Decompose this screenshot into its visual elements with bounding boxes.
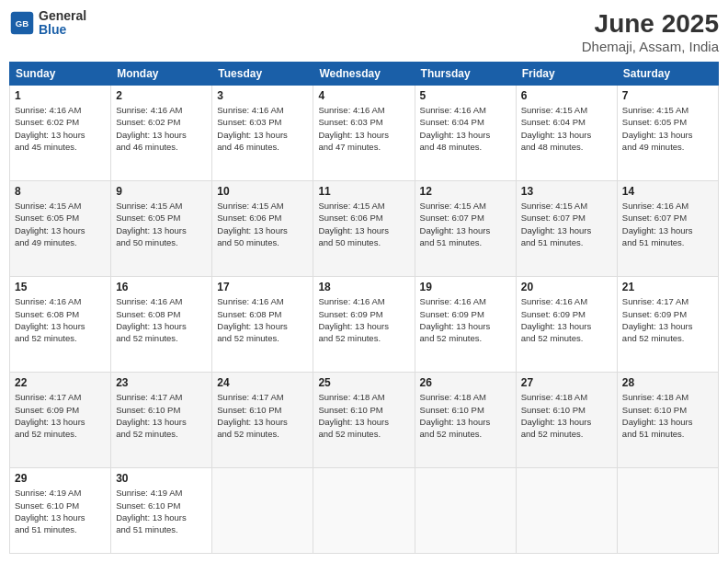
day-info: Sunset: 6:10 PM bbox=[521, 404, 612, 416]
day-info: Sunset: 6:08 PM bbox=[217, 308, 308, 320]
table-row: 28Sunrise: 4:18 AMSunset: 6:10 PMDayligh… bbox=[617, 373, 718, 468]
table-row bbox=[516, 468, 617, 554]
table-row: 14Sunrise: 4:16 AMSunset: 6:07 PMDayligh… bbox=[617, 181, 718, 277]
day-info: Sunrise: 4:17 AM bbox=[116, 391, 207, 403]
table-row: 7Sunrise: 4:15 AMSunset: 6:05 PMDaylight… bbox=[617, 86, 718, 181]
day-number: 30 bbox=[116, 472, 207, 485]
day-number: 16 bbox=[116, 281, 207, 293]
col-saturday: Saturday bbox=[617, 63, 718, 86]
table-row: 12Sunrise: 4:15 AMSunset: 6:07 PMDayligh… bbox=[415, 181, 516, 277]
table-row: 11Sunrise: 4:15 AMSunset: 6:06 PMDayligh… bbox=[313, 181, 415, 277]
col-tuesday: Tuesday bbox=[212, 63, 313, 86]
day-info: Sunset: 6:10 PM bbox=[15, 500, 106, 511]
day-info: Sunrise: 4:15 AM bbox=[15, 200, 106, 212]
table-row: 20Sunrise: 4:16 AMSunset: 6:09 PMDayligh… bbox=[516, 277, 617, 373]
day-info: and 52 minutes. bbox=[420, 428, 511, 440]
day-info: Sunrise: 4:19 AM bbox=[15, 487, 106, 499]
day-info: and 51 minutes. bbox=[521, 236, 612, 248]
day-info: Sunrise: 4:16 AM bbox=[318, 295, 409, 307]
day-number: 3 bbox=[217, 89, 308, 102]
day-number: 2 bbox=[116, 89, 207, 102]
day-info: Sunrise: 4:16 AM bbox=[217, 104, 308, 116]
day-number: 6 bbox=[521, 89, 612, 102]
day-info: and 51 minutes. bbox=[116, 523, 207, 535]
day-info: Daylight: 13 hours bbox=[116, 416, 207, 428]
day-info: Sunset: 6:10 PM bbox=[622, 404, 713, 416]
day-info: Sunset: 6:07 PM bbox=[420, 212, 511, 224]
day-number: 8 bbox=[15, 185, 106, 198]
day-info: Sunrise: 4:15 AM bbox=[116, 200, 207, 212]
col-thursday: Thursday bbox=[415, 63, 516, 86]
day-info: and 51 minutes. bbox=[15, 523, 106, 535]
day-info: Sunrise: 4:15 AM bbox=[217, 200, 308, 212]
title-block: June 2025 Dhemaji, Assam, India bbox=[582, 9, 719, 54]
table-row: 27Sunrise: 4:18 AMSunset: 6:10 PMDayligh… bbox=[516, 373, 617, 468]
col-monday: Monday bbox=[111, 63, 212, 86]
day-number: 26 bbox=[420, 376, 511, 389]
day-info: Daylight: 13 hours bbox=[116, 320, 207, 332]
day-info: and 46 minutes. bbox=[217, 141, 308, 153]
table-row: 1Sunrise: 4:16 AMSunset: 6:02 PMDaylight… bbox=[10, 86, 111, 181]
day-info: Sunset: 6:05 PM bbox=[116, 212, 207, 224]
day-info: and 52 minutes. bbox=[420, 332, 511, 344]
day-info: Daylight: 13 hours bbox=[318, 320, 409, 332]
day-info: Daylight: 13 hours bbox=[217, 224, 308, 236]
table-row: 6Sunrise: 4:15 AMSunset: 6:04 PMDaylight… bbox=[516, 86, 617, 181]
day-info: Daylight: 13 hours bbox=[15, 129, 106, 141]
day-info: Sunrise: 4:16 AM bbox=[15, 295, 106, 307]
svg-text:GB: GB bbox=[16, 18, 28, 29]
day-number: 19 bbox=[420, 281, 511, 293]
day-info: and 46 minutes. bbox=[116, 141, 207, 153]
day-info: Daylight: 13 hours bbox=[217, 320, 308, 332]
day-number: 25 bbox=[318, 376, 409, 389]
day-info: Daylight: 13 hours bbox=[15, 320, 106, 332]
page: GB General Blue June 2025 Dhemaji, Assam… bbox=[0, 0, 728, 563]
month-title: June 2025 bbox=[582, 9, 719, 39]
day-info: and 47 minutes. bbox=[318, 141, 409, 153]
table-row: 16Sunrise: 4:16 AMSunset: 6:08 PMDayligh… bbox=[111, 277, 212, 373]
day-info: Daylight: 13 hours bbox=[15, 511, 106, 523]
table-row: 15Sunrise: 4:16 AMSunset: 6:08 PMDayligh… bbox=[10, 277, 111, 373]
logo: GB General Blue bbox=[9, 9, 86, 38]
day-info: Daylight: 13 hours bbox=[420, 320, 511, 332]
day-info: Sunrise: 4:16 AM bbox=[318, 104, 409, 116]
day-info: and 52 minutes. bbox=[622, 332, 713, 344]
day-info: Sunrise: 4:18 AM bbox=[521, 391, 612, 403]
day-number: 11 bbox=[318, 185, 409, 198]
day-number: 12 bbox=[420, 185, 511, 198]
day-info: Sunset: 6:10 PM bbox=[318, 404, 409, 416]
day-info: and 51 minutes. bbox=[622, 428, 713, 440]
day-info: Sunrise: 4:18 AM bbox=[420, 391, 511, 403]
day-number: 23 bbox=[116, 376, 207, 389]
day-info: Sunset: 6:07 PM bbox=[622, 212, 713, 224]
day-info: Sunrise: 4:18 AM bbox=[622, 391, 713, 403]
day-number: 17 bbox=[217, 281, 308, 293]
day-info: and 52 minutes. bbox=[116, 332, 207, 344]
table-row: 5Sunrise: 4:16 AMSunset: 6:04 PMDaylight… bbox=[415, 86, 516, 181]
day-info: Daylight: 13 hours bbox=[217, 129, 308, 141]
table-row: 9Sunrise: 4:15 AMSunset: 6:05 PMDaylight… bbox=[111, 181, 212, 277]
day-info: Daylight: 13 hours bbox=[521, 129, 612, 141]
day-info: and 50 minutes. bbox=[318, 236, 409, 248]
table-row: 30Sunrise: 4:19 AMSunset: 6:10 PMDayligh… bbox=[111, 468, 212, 554]
day-info: Sunset: 6:10 PM bbox=[116, 404, 207, 416]
day-info: Daylight: 13 hours bbox=[217, 416, 308, 428]
day-number: 7 bbox=[622, 89, 713, 102]
day-info: Sunrise: 4:15 AM bbox=[622, 104, 713, 116]
table-row: 21Sunrise: 4:17 AMSunset: 6:09 PMDayligh… bbox=[617, 277, 718, 373]
table-row bbox=[617, 468, 718, 554]
day-number: 4 bbox=[318, 89, 409, 102]
day-info: Sunrise: 4:16 AM bbox=[116, 104, 207, 116]
day-info: Daylight: 13 hours bbox=[15, 224, 106, 236]
day-number: 15 bbox=[15, 281, 106, 293]
day-info: Daylight: 13 hours bbox=[116, 224, 207, 236]
calendar-table: Sunday Monday Tuesday Wednesday Thursday… bbox=[9, 62, 719, 554]
day-info: Daylight: 13 hours bbox=[622, 416, 713, 428]
day-number: 1 bbox=[15, 89, 106, 102]
day-info: Daylight: 13 hours bbox=[318, 129, 409, 141]
day-info: Sunrise: 4:16 AM bbox=[521, 295, 612, 307]
day-info: Sunset: 6:09 PM bbox=[15, 404, 106, 416]
logo-text: General Blue bbox=[39, 9, 86, 38]
day-info: Daylight: 13 hours bbox=[521, 224, 612, 236]
day-info: Sunset: 6:10 PM bbox=[116, 500, 207, 511]
